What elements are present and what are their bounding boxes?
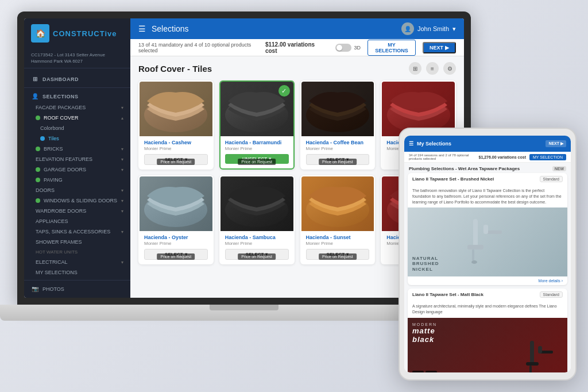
sidebar-item-bricks[interactable]: BRICKS ▾: [24, 144, 130, 154]
colorbond-label: Colorbond: [40, 125, 64, 131]
wardrobe-label: WARDROBE DOORS: [36, 208, 86, 214]
svg-rect-14: [530, 341, 534, 364]
sidebar-item-paving[interactable]: PAVING: [24, 175, 130, 185]
doors-chevron: ▾: [121, 188, 123, 193]
svg-rect-15: [526, 362, 539, 366]
sidebar-item-photos[interactable]: 📷 PHOTOS: [24, 283, 130, 295]
sidebar-item-electrical[interactable]: ELECTRICAL ▾: [24, 257, 130, 267]
selected-check-barramundi: ✓: [278, 85, 290, 97]
logo-text-accent: ive: [105, 29, 117, 38]
3d-toggle-switch[interactable]: [335, 44, 351, 52]
bricks-chevron: ▾: [121, 147, 123, 152]
topbar-user[interactable]: 👤 John Smith ▾: [401, 22, 456, 35]
product-name-coffeebean: Hacienda - Coffee Bean: [306, 140, 370, 145]
hotwater-label: HOT WATER UNITS: [36, 249, 78, 255]
shower-label: SHOWER FRAMES: [36, 239, 82, 245]
tablet-content: Plumbing Selections - Wet Area Tapware P…: [404, 163, 571, 372]
product-img-oyster: [140, 176, 212, 231]
product-name-oyster: Hacienda - Oyster: [144, 235, 208, 240]
menu-icon[interactable]: ☰: [138, 24, 146, 33]
sidebar-item-dashboard[interactable]: ⊞ DASHBOARD: [24, 73, 130, 85]
tablet: ☰ My Selections NEXT ▶ 34 of 194 session…: [399, 128, 577, 381]
more-details-link[interactable]: More details ›: [539, 279, 563, 283]
grid-view-icon[interactable]: ⊞: [409, 62, 421, 75]
tile-graphic-sambuca: [222, 178, 291, 230]
tablet-card2-badge: Standard: [540, 291, 563, 298]
tablet-card2-description: A signature architectural, minimally sty…: [408, 301, 567, 318]
dashboard-label: DASHBOARD: [42, 76, 79, 82]
sidebar-item-roof[interactable]: ROOF COVER ▴: [24, 113, 130, 123]
sidebar-item-appliances[interactable]: APPLIANCES: [24, 216, 130, 226]
sidebar-item-shower[interactable]: SHOWER FRAMES: [24, 237, 130, 247]
sidebar-item-taps[interactable]: TAPS, SINKS & ACCESSORIES ▾: [24, 226, 130, 237]
sidebar-item-windows[interactable]: WINDOWS & SLIDING DOORS ▾: [24, 195, 130, 206]
next-arrow-icon: ▶: [445, 45, 449, 51]
product-area-icons: ⊞ ≡ ⚙: [409, 62, 456, 75]
sidebar-item-elevation[interactable]: ELEVATION FEATURES ▾: [24, 154, 130, 164]
bricks-label: BRICKS: [44, 146, 63, 152]
garage-chevron: ▾: [121, 167, 123, 172]
tablet-menu-icon[interactable]: ☰: [409, 141, 413, 147]
product-brand-sunset: Monier Prime: [306, 241, 370, 246]
paving-dot: [36, 178, 40, 182]
facade-label: FACADE PACKAGES: [36, 105, 86, 110]
sidebar-logo: 🏠 CONSTRUCTive: [24, 18, 130, 48]
windows-dot: [36, 198, 40, 203]
dashboard-icon: ⊞: [31, 76, 39, 82]
search-icon[interactable]: ⚙: [443, 62, 456, 75]
sidebar-item-facade[interactable]: FACADE PACKAGES ▾: [24, 102, 130, 113]
tablet-card1-badge: Standard: [540, 176, 563, 182]
filter-icon[interactable]: ≡: [426, 62, 439, 75]
tiles-dot: [40, 136, 45, 141]
3d-toggle-knob: [336, 45, 342, 51]
tablet-card2-image: MODERN matte black: [408, 318, 567, 372]
sidebar-item-colorbond[interactable]: Colorbond: [24, 123, 130, 133]
product-card-sambuca: Price on Request Hacienda - Sambuca Moni…: [219, 175, 295, 264]
svg-rect-10: [472, 249, 474, 261]
user-avatar: 👤: [401, 22, 414, 35]
product-area-title: Roof Cover - Tiles: [138, 64, 212, 74]
sidebar-item-selections[interactable]: 👤 SELECTIONS: [24, 90, 130, 102]
tablet-next-btn[interactable]: NEXT ▶: [546, 140, 566, 147]
sidebar-item-documents[interactable]: 📄 DOCUMENTS: [24, 295, 130, 298]
price-tag-barramundi: Price on Request: [238, 159, 276, 165]
sidebar-item-wardrobe[interactable]: WARDROBE DOORS ▾: [24, 206, 130, 216]
tablet-screen: ☰ My Selections NEXT ▶ 34 of 194 session…: [404, 136, 571, 372]
sidebar-item-tiles[interactable]: Tiles: [24, 133, 130, 144]
tablet-number-2: 1: [425, 371, 437, 372]
3d-toggle-group[interactable]: 3D: [335, 44, 361, 52]
tablet-card2-image-tag: MODERN matte black: [412, 322, 437, 344]
svg-rect-19: [538, 346, 542, 353]
next-button[interactable]: NEXT ▶: [423, 42, 456, 53]
svg-point-11: [471, 260, 477, 264]
sidebar-item-garage[interactable]: GARAGE DOORS ▾: [24, 164, 130, 175]
topbar-title: Selections: [152, 24, 396, 33]
windows-label: WINDOWS & SLIDING DOORS: [44, 198, 117, 203]
tile-graphic-cashew: [141, 83, 210, 135]
roof-chevron: ▴: [121, 116, 123, 121]
price-tag-sambuca: Price on Request: [238, 253, 276, 260]
tablet-sel-btn[interactable]: MY SELECTION: [529, 154, 566, 160]
elevation-chevron: ▾: [121, 157, 123, 162]
product-area-header: Roof Cover - Tiles ⊞ ≡ ⚙: [138, 62, 456, 75]
product-img-coffeebean: [301, 82, 374, 136]
sidebar-item-doors[interactable]: DOORS ▾: [24, 185, 130, 195]
svg-rect-9: [467, 245, 483, 249]
tablet-topbar: ☰ My Selections NEXT ▶: [404, 136, 571, 152]
windows-chevron: ▾: [121, 198, 123, 203]
tablet-card1-more: More details ›: [408, 276, 567, 285]
tablet-subbar: 34 of 194 sessions and 2 of 78 optional …: [404, 152, 571, 163]
tablet-card2-title: Liano II Tapware Set - Matt Black: [412, 292, 483, 297]
bricks-dot: [36, 147, 40, 151]
logo-text-main: CONSTRUCT: [53, 29, 105, 38]
roof-label: ROOF COVER: [44, 115, 79, 121]
product-card-sunset: Price on Request Hacienda - Sunset Monie…: [300, 175, 376, 264]
sidebar-item-my-selections[interactable]: MY SELECTIONS: [24, 267, 130, 278]
sidebar-nav: ⊞ DASHBOARD 👤 SELECTIONS FACADE PACKAGES…: [24, 68, 130, 298]
product-card-barramundi: ✓ Price: [219, 80, 295, 170]
facade-chevron: ▾: [121, 105, 123, 110]
product-img-cashew: [140, 82, 212, 136]
user-dropdown-icon: ▾: [452, 25, 456, 33]
my-selections-button[interactable]: MY SELECTIONS: [368, 40, 416, 56]
garage-dot: [36, 167, 40, 172]
